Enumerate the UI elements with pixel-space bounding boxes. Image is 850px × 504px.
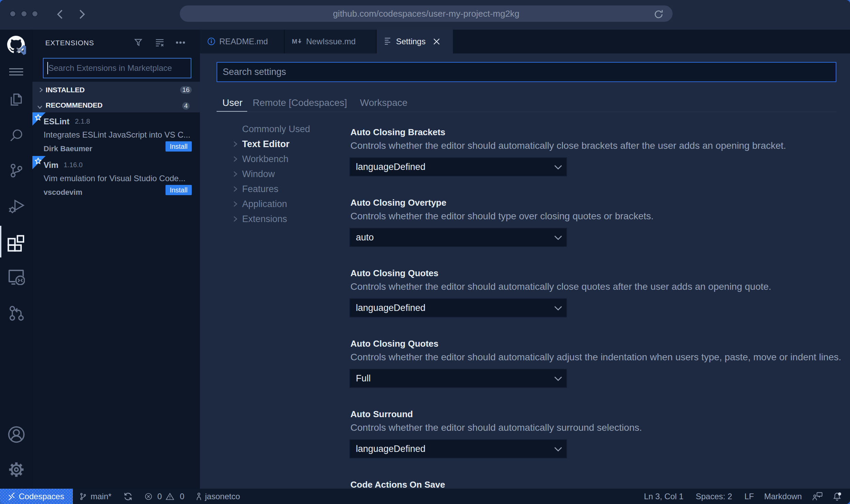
svg-text:M: M (292, 38, 297, 45)
